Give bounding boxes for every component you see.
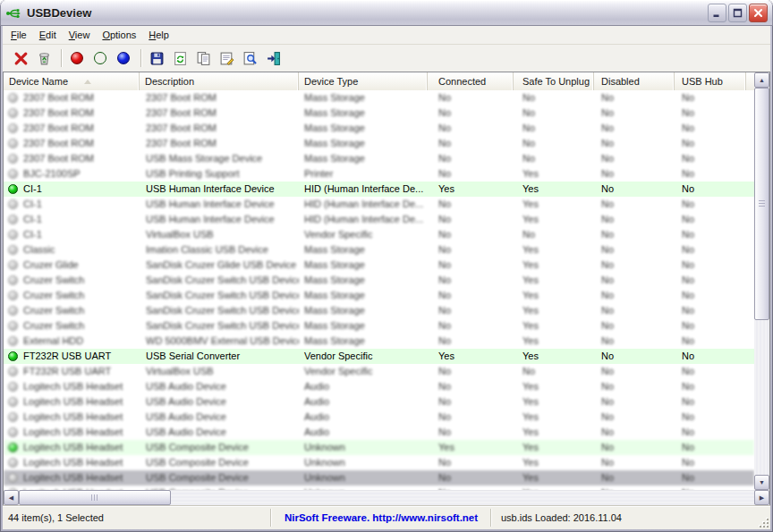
device-row-2307-boot-rom[interactable]: 2307 Boot ROM2307 Boot ROMMass StorageNo… — [4, 121, 754, 136]
enable-device-button[interactable] — [89, 47, 111, 69]
device-row-cruzer-switch[interactable]: Cruzer SwitchSanDisk Cruzer Switch USB D… — [4, 288, 754, 303]
device-status-icon — [8, 473, 18, 483]
recycle-bin-icon — [37, 51, 52, 66]
refresh-icon — [173, 51, 188, 66]
column-header-disabled[interactable]: Disabled — [594, 72, 675, 90]
minimize-button[interactable] — [708, 4, 726, 22]
status-divider — [490, 509, 491, 527]
copy-button[interactable] — [192, 47, 214, 69]
device-row-2307-boot-rom[interactable]: 2307 Boot ROM2307 Boot ROMMass StorageNo… — [4, 106, 754, 121]
device-status-icon — [8, 275, 18, 285]
title-bar[interactable]: USBDeview — [0, 0, 773, 26]
device-row-classic[interactable]: ClassicImation Classic USB DeviceMass St… — [4, 242, 754, 258]
copy-icon — [196, 51, 211, 66]
device-row-logitech-usb-headset[interactable]: Logitech USB HeadsetUSB Composite Device… — [4, 440, 754, 455]
scroll-right-button[interactable]: ▶ — [754, 490, 769, 505]
device-row-ci-1[interactable]: CI-1USB Human Interface DeviceHID (Human… — [4, 197, 754, 212]
device-status-icon — [8, 291, 18, 300]
disable-enable-device-button[interactable] — [113, 47, 134, 69]
status-usbids: usb.ids Loaded: 2016.11.04 — [492, 506, 756, 529]
menu-file[interactable]: File — [4, 28, 33, 42]
column-header-usb-hub[interactable]: USB Hub — [675, 72, 746, 90]
column-header-row: Device NameDescriptionDevice TypeConnect… — [4, 72, 754, 91]
menu-edit[interactable]: Edit — [33, 28, 63, 42]
scroll-down-button[interactable]: ▼ — [754, 475, 769, 490]
horizontal-scroll-thumb[interactable] — [19, 490, 171, 505]
device-row-2307-boot-rom[interactable]: 2307 Boot ROMUSB Mass Storage DeviceMass… — [4, 151, 754, 166]
device-status-icon — [8, 93, 18, 103]
column-header-device-name[interactable]: Device Name — [4, 72, 140, 90]
save-floppy-icon — [149, 51, 165, 66]
maximize-button[interactable] — [728, 4, 747, 22]
column-header-connected[interactable]: Connected — [428, 72, 514, 90]
window-title: USBDeview — [27, 6, 706, 20]
horizontal-scrollbar[interactable]: ◀ ▶ — [4, 490, 769, 505]
maximize-icon — [732, 7, 743, 19]
device-status-icon — [8, 139, 18, 148]
app-usb-icon — [5, 6, 21, 21]
sort-ascending-icon — [84, 80, 91, 84]
device-status-icon — [8, 245, 18, 255]
device-status-icon — [8, 260, 18, 270]
device-status-icon — [8, 169, 18, 179]
properties-icon — [219, 51, 234, 66]
toolbar-separator — [140, 49, 141, 67]
usbdeview-window: USBDeview FileEditViewOptionsHelp Device… — [0, 0, 773, 532]
device-status-icon — [8, 367, 18, 376]
device-row-ci-1[interactable]: CI-1USB Human Interface DeviceHID (Human… — [4, 212, 754, 227]
save-button[interactable] — [146, 47, 167, 69]
menu-help[interactable]: Help — [142, 28, 175, 42]
device-status-icon — [8, 443, 18, 452]
device-status-icon — [8, 184, 18, 194]
scroll-up-button[interactable]: ▲ — [754, 72, 769, 88]
device-row-ft232r-usb-uart[interactable]: FT232R USB UARTUSB Serial ConverterVendo… — [4, 349, 754, 364]
green-ball-icon — [94, 52, 106, 64]
disable-device-button[interactable] — [66, 47, 88, 69]
device-status-icon — [8, 427, 18, 437]
device-row-cruzer-glide[interactable]: Cruzer GlideSanDisk Cruzer Glide USB Dev… — [4, 258, 754, 273]
device-row-cruzer-switch[interactable]: Cruzer SwitchSanDisk Cruzer Switch USB D… — [4, 273, 754, 288]
device-row-2307-boot-rom[interactable]: 2307 Boot ROM2307 Boot ROMMass StorageNo… — [4, 136, 754, 151]
device-row-logitech-usb-headset[interactable]: Logitech USB HeadsetUSB Audio DeviceAudi… — [4, 410, 754, 425]
device-row-logitech-usb-headset[interactable]: Logitech USB HeadsetUSB Audio DeviceAudi… — [4, 379, 754, 394]
column-header-device-type[interactable]: Device Type — [299, 72, 428, 90]
device-row-bjc-2100sp[interactable]: BJC-2100SPUSB Printing SupportPrinterNoY… — [4, 166, 754, 182]
status-bar: 44 item(s), 1 Selected NirSoft Freeware.… — [3, 506, 770, 529]
device-row-ci-1[interactable]: CI-1USB Human Interface DeviceHID (Human… — [4, 182, 754, 197]
column-header-description[interactable]: Description — [140, 72, 299, 90]
device-status-icon — [8, 336, 18, 346]
menu-view[interactable]: View — [63, 28, 97, 42]
exit-button[interactable] — [262, 47, 284, 69]
uninstall-selected-button[interactable] — [10, 47, 31, 69]
device-status-icon — [8, 458, 18, 468]
column-header-safe-to-unplug[interactable]: Safe To Unplug — [514, 72, 594, 90]
vertical-scrollbar[interactable]: ▲ ▼ — [754, 72, 769, 490]
device-row-ci-1[interactable]: CI-1VirtualBox USBVendor SpecificNoNoNoN… — [4, 227, 754, 242]
refresh-button[interactable] — [169, 47, 191, 69]
close-icon — [752, 7, 764, 19]
device-row-logitech-usb-headset[interactable]: Logitech USB HeadsetUSB Audio DeviceAudi… — [4, 394, 754, 410]
device-row-cruzer-switch[interactable]: Cruzer SwitchSanDisk Cruzer Switch USB D… — [4, 303, 754, 318]
nirsoft-link[interactable]: NirSoft Freeware. http://www.nirsoft.net — [285, 512, 478, 523]
toolbar — [3, 45, 770, 72]
find-button[interactable] — [239, 47, 260, 69]
device-row-logitech-usb-headset[interactable]: Logitech USB HeadsetUSB Composite Device… — [4, 455, 754, 470]
red-ball-icon — [71, 52, 83, 64]
device-status-icon — [8, 397, 18, 407]
device-row-cruzer-switch[interactable]: Cruzer SwitchSanDisk Cruzer Switch USB D… — [4, 318, 754, 334]
device-row-2307-boot-rom[interactable]: 2307 Boot ROM2307 Boot ROMMass StorageNo… — [4, 90, 754, 106]
menu-options[interactable]: Options — [96, 28, 142, 42]
menu-bar: FileEditViewOptionsHelp — [3, 26, 770, 45]
scroll-left-button[interactable]: ◀ — [4, 490, 19, 505]
device-status-icon — [8, 412, 18, 422]
resize-grip[interactable] — [758, 517, 769, 528]
properties-button[interactable] — [216, 47, 237, 69]
device-list: Device NameDescriptionDevice TypeConnect… — [3, 72, 770, 506]
device-row-logitech-usb-headset[interactable]: Logitech USB HeadsetUSB Audio DeviceAudi… — [4, 425, 754, 440]
device-row-ft232r-usb-uart[interactable]: FT232R USB UARTVirtualBox USBVendor Spec… — [4, 364, 754, 379]
device-row-logitech-usb-headset[interactable]: Logitech USB HeadsetUSB Composite Device… — [4, 470, 754, 486]
open-in-regedit-button[interactable] — [33, 47, 55, 69]
close-button[interactable] — [749, 4, 768, 22]
device-row-external-hdd[interactable]: External HDDWD 5000BMV External USB Devi… — [4, 334, 754, 349]
vertical-scroll-thumb[interactable] — [754, 88, 769, 320]
